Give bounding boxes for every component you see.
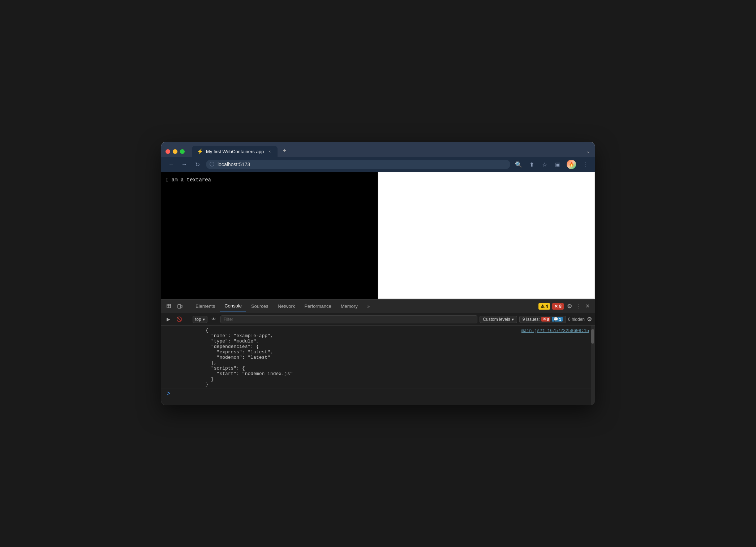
inspect-element-button[interactable] xyxy=(164,301,174,311)
issues-error-badge: ✕ 8 xyxy=(541,317,550,322)
issues-info-badge: 💬 1 xyxy=(552,317,563,322)
active-tab[interactable]: ⚡ My first WebContainers app × xyxy=(192,146,278,157)
new-tab-button[interactable]: + xyxy=(279,145,290,157)
console-output: { "name": "example-app", "type": "module… xyxy=(161,326,595,405)
tab-performance[interactable]: Performance xyxy=(300,301,335,311)
tab-list-button[interactable]: ⌄ xyxy=(586,148,590,157)
maximize-window-button[interactable] xyxy=(180,149,185,154)
forward-button[interactable]: → xyxy=(180,160,189,169)
close-window-button[interactable] xyxy=(166,149,170,154)
address-wrapper: ⓘ localhost:5173 xyxy=(206,160,510,169)
svg-rect-1 xyxy=(178,305,181,308)
devtools-settings-button[interactable]: ⚙ xyxy=(564,301,575,311)
lock-icon: ⓘ xyxy=(210,161,214,168)
toolbar-separator-1 xyxy=(188,303,188,310)
tab-memory[interactable]: Memory xyxy=(336,301,362,311)
warning-badge[interactable]: ⚠ 4 xyxy=(538,303,550,310)
console-code-block: { "name": "example-app", "type": "module… xyxy=(183,328,293,387)
iframe-panel xyxy=(378,172,595,299)
minimize-window-button[interactable] xyxy=(173,149,177,154)
back-button[interactable]: ← xyxy=(167,160,176,169)
console-log-entry: { "name": "example-app", "type": "module… xyxy=(161,327,595,388)
context-selector[interactable]: top ▾ xyxy=(193,316,207,323)
page-content: I am a textarea xyxy=(161,172,595,299)
hidden-count: 6 hidden xyxy=(568,317,585,322)
address-bar: ← → ↻ ⓘ localhost:5173 🔍 ⬆ ☆ ▣ 🔥 ⋮ xyxy=(161,157,595,172)
window-controls xyxy=(166,149,185,157)
share-button[interactable]: ⬆ xyxy=(528,160,536,168)
issues-counter[interactable]: 9 Issues: ✕ 8 💬 1 xyxy=(519,316,566,323)
toolbar-right: 🔍 ⬆ ☆ ▣ 🔥 ⋮ xyxy=(515,160,589,169)
tab-sources[interactable]: Sources xyxy=(247,301,273,311)
more-options-button[interactable]: ⋮ xyxy=(581,160,589,168)
reload-button[interactable]: ↻ xyxy=(193,160,202,169)
console-separator xyxy=(188,316,188,323)
devtools-toolbar: Elements Console Sources Network Perform… xyxy=(161,300,595,313)
textarea-panel: I am a textarea xyxy=(161,172,378,299)
search-button[interactable]: 🔍 xyxy=(515,160,523,168)
tab-console[interactable]: Console xyxy=(220,301,246,311)
scrollbar-thumb[interactable] xyxy=(591,329,594,344)
bookmark-button[interactable]: ☆ xyxy=(541,160,549,168)
tab-elements[interactable]: Elements xyxy=(191,301,219,311)
device-toggle-button[interactable] xyxy=(175,301,185,311)
svg-rect-2 xyxy=(181,305,182,307)
execute-button[interactable]: ▶ xyxy=(164,315,173,324)
profile-avatar[interactable]: 🔥 xyxy=(567,160,576,169)
svg-rect-0 xyxy=(167,304,171,308)
title-bar: ⚡ My first WebContainers app × + ⌄ ← → ↻… xyxy=(161,142,595,172)
devtools-close-button[interactable]: × xyxy=(583,302,592,310)
tab-title: My first WebContainers app xyxy=(206,149,264,154)
prompt-caret: > xyxy=(167,391,171,397)
devtools-more-button[interactable]: ⋮ xyxy=(575,302,583,310)
devtools-badges: ⚠ 4 ✕ 8 xyxy=(538,303,564,310)
tab-close-button[interactable]: × xyxy=(267,148,272,154)
console-prompt[interactable]: > xyxy=(161,388,595,399)
custom-levels-dropdown[interactable]: Custom levels ▾ xyxy=(480,316,517,323)
tab-icon: ⚡ xyxy=(197,148,203,154)
error-badge[interactable]: ✕ 8 xyxy=(552,303,564,310)
devtools-panel: Elements Console Sources Network Perform… xyxy=(161,299,595,405)
browser-window: ⚡ My first WebContainers app × + ⌄ ← → ↻… xyxy=(161,142,595,405)
devtools-scrollbar[interactable] xyxy=(591,326,595,405)
console-toolbar: ▶ 🚫 top ▾ 👁 Custom levels ▾ 9 Issues: ✕ xyxy=(161,313,595,326)
tab-row: ⚡ My first WebContainers app × + ⌄ xyxy=(161,142,595,157)
more-tabs-button[interactable]: » xyxy=(363,301,374,311)
filter-input[interactable] xyxy=(220,315,478,323)
url-bar[interactable]: localhost:5173 xyxy=(206,160,510,169)
tab-network[interactable]: Network xyxy=(274,301,300,311)
console-settings-button[interactable]: ⚙ xyxy=(587,316,592,323)
sidebar-button[interactable]: ▣ xyxy=(554,160,562,168)
eye-button[interactable]: 👁 xyxy=(210,315,218,324)
clear-console-button[interactable]: 🚫 xyxy=(175,315,184,324)
source-link[interactable]: main.js?t=1675723258608:15 xyxy=(521,328,589,333)
textarea-content[interactable]: I am a textarea xyxy=(166,177,211,183)
